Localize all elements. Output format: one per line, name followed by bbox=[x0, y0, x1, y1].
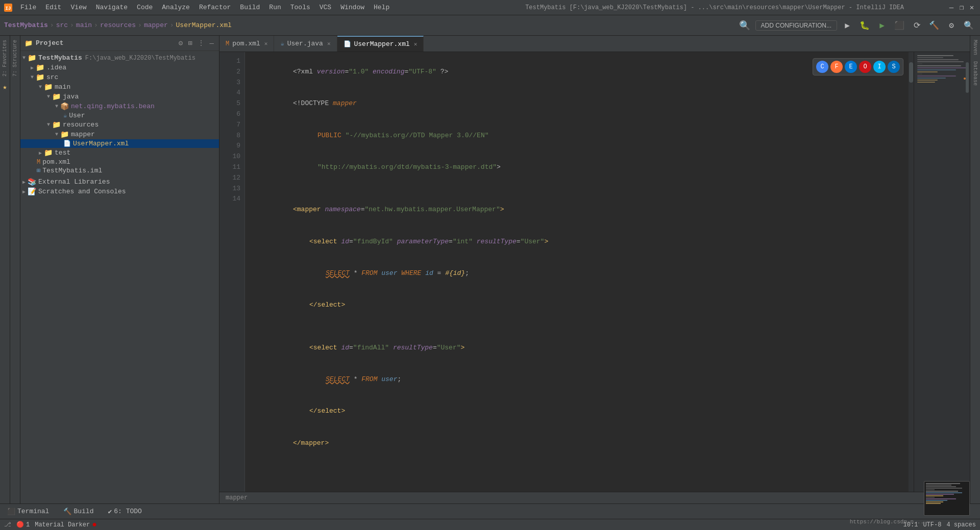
favorites-panel-strip: 2: Favorites ★ bbox=[0, 36, 10, 503]
panel-hide-icon[interactable]: — bbox=[209, 38, 215, 48]
maven-icon: M bbox=[37, 159, 40, 166]
code-line-8: SELECT * FROM user WHERE id = #{id}; bbox=[253, 258, 900, 289]
tree-label-testmybatis: TestMybatis bbox=[38, 54, 82, 62]
tree-item-main[interactable]: ▼ 📁 main bbox=[20, 82, 219, 92]
tree-item-testmybatis[interactable]: ▼ 📁 TestMybatis F:\java_web_KJ2020\TestM… bbox=[20, 53, 219, 63]
tree-label-package: net.qing.mybatis.bean bbox=[71, 103, 155, 110]
close-button[interactable]: ✕ bbox=[968, 4, 976, 12]
breadcrumb-resources: resources bbox=[100, 21, 136, 29]
editor-wrapper: M pom.xml ✕ ☕ User.java ✕ 📄 UserMapper.x… bbox=[219, 36, 970, 503]
menu-build[interactable]: Build bbox=[236, 3, 264, 12]
maven-strip[interactable]: Maven bbox=[971, 38, 979, 57]
build-label: Build bbox=[74, 508, 93, 515]
tree-item-iml[interactable]: ⊞ TestMybatis.iml bbox=[20, 166, 219, 175]
scheme-status: Material Darker ● bbox=[35, 520, 97, 529]
build-tab[interactable]: 🔨 Build bbox=[60, 506, 96, 518]
menu-vcs[interactable]: VCS bbox=[315, 3, 335, 12]
tree-item-pom[interactable]: M pom.xml bbox=[20, 158, 219, 166]
tree-arrow-test: ▶ bbox=[39, 150, 42, 156]
build-project[interactable]: 🔨 bbox=[927, 18, 941, 33]
iml-icon: ⊞ bbox=[37, 167, 40, 174]
minimize-button[interactable]: — bbox=[947, 4, 955, 12]
structure-panel-strip: 7: Structure bbox=[10, 36, 20, 503]
folder-icon-idea: 📁 bbox=[36, 63, 44, 72]
folder-icon-java: 📁 bbox=[52, 92, 61, 101]
tree-label-mapper-dir: mapper bbox=[71, 131, 95, 138]
menu-file[interactable]: File bbox=[16, 3, 40, 12]
scrollbar-thumb[interactable] bbox=[909, 62, 913, 83]
run-with-coverage[interactable]: ▶ bbox=[875, 18, 889, 33]
minimap-scroll[interactable] bbox=[965, 52, 969, 492]
menu-code[interactable]: Code bbox=[133, 3, 157, 12]
search-button[interactable]: 🔍 bbox=[962, 18, 976, 33]
folder-icon-src: 📁 bbox=[36, 73, 44, 82]
encoding-status[interactable]: UTF-8 bbox=[923, 521, 941, 528]
error-icon: 🔴 bbox=[16, 521, 24, 528]
database-strip[interactable]: Database bbox=[971, 59, 979, 88]
indent-status[interactable]: 4 spaces bbox=[946, 521, 976, 528]
right-tool-strip: Maven Database bbox=[970, 36, 980, 503]
error-status[interactable]: 🔴 1 bbox=[16, 521, 30, 528]
menu-edit[interactable]: Edit bbox=[41, 3, 65, 12]
tab-user-close[interactable]: ✕ bbox=[327, 40, 331, 47]
editor-scrollbar[interactable] bbox=[909, 52, 914, 492]
code-line-12: SELECT * FROM user; bbox=[253, 364, 900, 395]
edge-icon[interactable]: E bbox=[845, 61, 857, 73]
panel-options-icon[interactable]: ⋮ bbox=[197, 38, 206, 48]
menu-navigate[interactable]: Navigate bbox=[92, 3, 132, 12]
menu-help[interactable]: Help bbox=[370, 3, 394, 12]
tree-item-package[interactable]: ▼ 📦 net.qing.mybatis.bean bbox=[20, 102, 219, 111]
code-line-4: "http://mybatis.org/dtd/mybatis-3-mapper… bbox=[253, 152, 900, 183]
todo-tab[interactable]: ✔ 6: TODO bbox=[105, 506, 144, 518]
tree-item-test[interactable]: ▶ 📁 test bbox=[20, 148, 219, 158]
xml-file-icon: 📄 bbox=[63, 140, 71, 147]
menu-analyze[interactable]: Analyze bbox=[158, 3, 194, 12]
tab-user[interactable]: ☕ User.java ✕ bbox=[274, 36, 337, 52]
usermapper-tab-icon: 📄 bbox=[344, 40, 351, 48]
breadcrumb-mapper: mapper bbox=[144, 21, 168, 29]
run-button[interactable]: ▶ bbox=[840, 18, 854, 33]
structure-tab[interactable]: 7: Structure bbox=[11, 36, 19, 81]
folder-icon-resources: 📁 bbox=[52, 120, 61, 129]
tree-item-mapper-dir[interactable]: ▼ 📁 mapper bbox=[20, 130, 219, 139]
settings-button[interactable]: ⚙ bbox=[944, 18, 959, 33]
tree-item-resources[interactable]: ▼ 📁 resources bbox=[20, 120, 219, 130]
ext-libs-icon: 📚 bbox=[28, 178, 36, 186]
favorites-tab[interactable]: 2: Favorites bbox=[1, 36, 9, 81]
terminal-tab[interactable]: ⬛ Terminal bbox=[4, 506, 52, 518]
tree-item-java[interactable]: ▼ 📁 java bbox=[20, 92, 219, 102]
tree-item-idea[interactable]: ▶ 📁 .idea bbox=[20, 63, 219, 72]
tab-pom[interactable]: M pom.xml ✕ bbox=[219, 36, 274, 52]
tree-arrow-resources: ▼ bbox=[47, 122, 50, 128]
menu-view[interactable]: View bbox=[66, 3, 90, 12]
tab-pom-close[interactable]: ✕ bbox=[264, 40, 268, 47]
panel-expand-icon[interactable]: ⊞ bbox=[187, 38, 193, 48]
tab-usermapper[interactable]: 📄 UserMapper.xml ✕ bbox=[337, 36, 424, 52]
tree-item-ext-libs[interactable]: ▶ 📚 External Libraries bbox=[20, 177, 219, 187]
minimap-scroll-thumb[interactable] bbox=[966, 62, 969, 93]
menu-refactor[interactable]: Refactor bbox=[195, 3, 235, 12]
file-path-bar: mapper bbox=[219, 492, 970, 503]
tree-item-user[interactable]: ☕ User bbox=[20, 111, 219, 120]
tree-item-scratches[interactable]: ▶ 📝 Scratches and Consoles bbox=[20, 187, 219, 196]
ie-icon[interactable]: I bbox=[873, 61, 886, 73]
safari-icon[interactable]: S bbox=[888, 61, 900, 73]
code-content[interactable]: <?xml version="1.0" encoding="UTF-8" ?> … bbox=[245, 52, 909, 492]
firefox-icon[interactable]: F bbox=[830, 61, 843, 73]
step-over[interactable]: ⟳ bbox=[910, 18, 924, 33]
debug-button[interactable]: 🐛 bbox=[857, 18, 872, 33]
chrome-icon[interactable]: C bbox=[816, 61, 828, 73]
opera-icon[interactable]: O bbox=[859, 61, 871, 73]
panel-gear-icon[interactable]: ⚙ bbox=[178, 38, 184, 48]
run-config-button[interactable]: ADD CONFIGURATION... bbox=[755, 20, 837, 31]
maximize-button[interactable]: ❐ bbox=[958, 4, 966, 12]
tree-item-src[interactable]: ▼ 📁 src bbox=[20, 72, 219, 82]
tree-item-usermapper[interactable]: 📄 UserMapper.xml bbox=[20, 139, 219, 148]
menu-run[interactable]: Run bbox=[265, 3, 285, 12]
breadcrumb-src: src bbox=[56, 21, 68, 29]
tab-usermapper-close[interactable]: ✕ bbox=[414, 41, 418, 47]
scheme-label: Material Darker bbox=[35, 521, 90, 528]
stop-button[interactable]: ⬛ bbox=[892, 18, 906, 33]
menu-window[interactable]: Window bbox=[336, 3, 369, 12]
menu-tools[interactable]: Tools bbox=[286, 3, 314, 12]
